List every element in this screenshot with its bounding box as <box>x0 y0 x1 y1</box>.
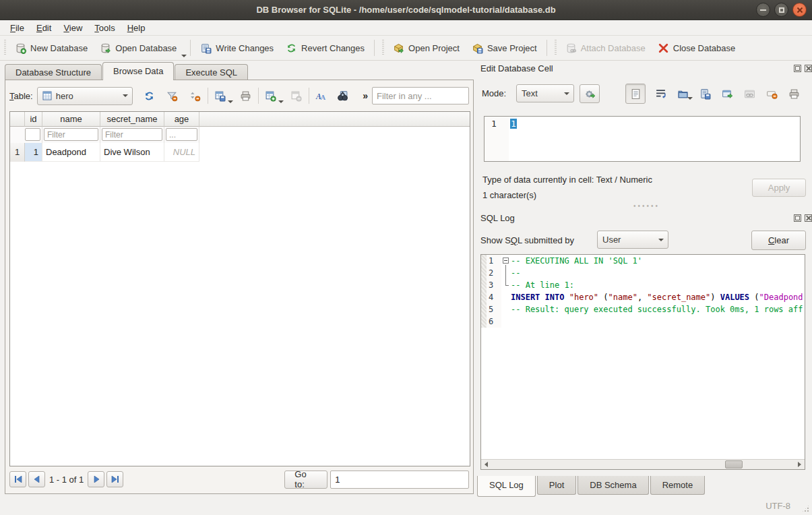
dock-close-icon[interactable] <box>805 65 812 72</box>
dock-tab-plot[interactable]: Plot <box>537 476 576 495</box>
maximize-button[interactable] <box>774 3 788 17</box>
open-project-button[interactable]: Open Project <box>387 38 466 58</box>
insert-record-button[interactable] <box>262 87 280 104</box>
last-record-button[interactable] <box>106 471 123 487</box>
set-null-button[interactable] <box>764 86 779 101</box>
sql-log-line: 2 -- <box>481 267 805 279</box>
open-database-button[interactable]: Open Database <box>94 38 183 58</box>
new-database-button[interactable]: New Database <box>9 38 94 58</box>
insert-record-dropdown-arrow-icon[interactable] <box>278 100 284 103</box>
filter-any-input[interactable] <box>372 87 469 104</box>
text-encoding-button[interactable]: A A <box>313 87 330 104</box>
toolbar-drag-handle[interactable] <box>4 40 6 56</box>
revert-changes-button[interactable]: Revert Changes <box>280 38 371 58</box>
save-table-dropdown-arrow-icon[interactable] <box>228 100 233 103</box>
dock-tab-db-schema[interactable]: DB Schema <box>577 476 648 495</box>
toolbar-overflow-button[interactable]: » <box>363 90 368 101</box>
row-header[interactable]: 1 <box>10 143 25 162</box>
menu-tools[interactable]: Tools <box>88 22 121 34</box>
word-wrap-icon <box>655 88 666 100</box>
clear-log-button[interactable]: Clear <box>751 231 806 250</box>
line-number: 4 <box>487 291 501 303</box>
tab-database-structure[interactable]: Database Structure <box>5 64 102 80</box>
dock-tab-sql-log[interactable]: SQL Log <box>477 476 536 497</box>
horizontal-scrollbar[interactable] <box>481 459 805 469</box>
goto-input[interactable] <box>330 471 469 489</box>
cell-editor[interactable]: 1 1 <box>484 116 801 162</box>
refresh-button[interactable] <box>141 87 158 104</box>
first-record-button[interactable] <box>9 471 26 487</box>
import-cell-data-button[interactable] <box>675 86 690 101</box>
dock-tab-remote[interactable]: Remote <box>650 476 706 495</box>
save-table-button[interactable] <box>212 87 229 104</box>
filter-input-secret-name-wrap <box>100 127 164 143</box>
scroll-right-button[interactable] <box>794 460 805 469</box>
next-record-button[interactable] <box>88 471 104 487</box>
clear-sorting-button[interactable] <box>187 87 204 104</box>
auto-switch-mode-button[interactable] <box>580 84 600 103</box>
sql-log-filter-select[interactable]: User <box>597 231 668 249</box>
column-header-id[interactable]: id <box>25 112 42 127</box>
menu-edit[interactable]: Edit <box>30 22 57 34</box>
scroll-left-button[interactable] <box>481 460 491 469</box>
save-project-button[interactable]: Save Project <box>466 38 543 58</box>
scrollbar-thumb[interactable] <box>725 460 743 468</box>
column-header-name[interactable]: name <box>42 112 100 127</box>
word-wrap-button[interactable] <box>653 86 668 101</box>
column-header-secret-name[interactable]: secret_name <box>100 112 164 127</box>
table-select[interactable]: hero <box>37 87 133 105</box>
menu-file[interactable]: File <box>4 22 30 34</box>
close-database-button[interactable]: Close Database <box>652 38 742 58</box>
column-header-age[interactable]: age <box>164 112 199 127</box>
sql-log-view[interactable]: 1 -- EXECUTING ALL IN 'SQL 1' 2 -- 3 -- … <box>480 254 805 470</box>
close-database-icon <box>658 42 669 54</box>
export-cell-data-button[interactable] <box>697 86 712 101</box>
minimize-button[interactable] <box>756 3 770 17</box>
write-changes-button[interactable]: Write Changes <box>194 38 280 58</box>
cell-id[interactable]: 1 <box>25 143 42 162</box>
toolbar-drag-handle[interactable] <box>555 40 557 56</box>
print-table-button[interactable] <box>237 87 255 104</box>
dock-float-icon[interactable] <box>794 65 801 72</box>
goto-button[interactable]: Go to: <box>284 471 327 489</box>
filter-input-id[interactable] <box>25 128 40 141</box>
filter-input-age[interactable] <box>166 128 197 141</box>
tab-browse-data[interactable]: Browse Data <box>102 62 174 80</box>
open-database-dropdown-arrow-icon[interactable] <box>181 55 187 57</box>
menu-help[interactable]: Help <box>121 22 152 34</box>
text-mode-button[interactable] <box>625 84 646 104</box>
line-number: 5 <box>487 303 501 315</box>
toolbar-separator <box>258 88 259 104</box>
filter-input-name[interactable] <box>44 128 98 141</box>
tab-execute-sql[interactable]: Execute SQL <box>175 64 248 80</box>
grid-corner-header[interactable] <box>10 112 25 127</box>
import-dropdown-arrow-icon[interactable] <box>687 97 693 100</box>
open-in-external-app-button[interactable] <box>720 86 735 101</box>
previous-record-button[interactable] <box>28 471 45 487</box>
dock-close-icon[interactable] <box>805 214 812 222</box>
font-icon: A A <box>315 90 327 102</box>
dock-float-icon[interactable] <box>794 214 801 222</box>
cell-name[interactable]: Deadpond <box>42 143 100 162</box>
text-document-icon <box>630 88 642 100</box>
cell-age[interactable]: NULL <box>164 143 199 162</box>
menu-view[interactable]: View <box>57 22 88 34</box>
dock-splitter-handle[interactable]: •••••• <box>633 202 660 210</box>
fold-margin[interactable] <box>501 255 511 267</box>
browse-data-toolbar: Table: hero <box>9 86 469 106</box>
close-database-label: Close Database <box>673 43 736 53</box>
find-in-table-button[interactable] <box>334 87 352 104</box>
filter-input-secret-name[interactable] <box>102 128 162 141</box>
print-cell-button[interactable] <box>786 86 801 101</box>
close-button[interactable] <box>792 3 807 17</box>
toolbar-drag-handle[interactable] <box>382 40 384 56</box>
record-count-label: 1 - 1 of 1 <box>49 475 84 485</box>
clear-filters-button[interactable] <box>164 87 181 104</box>
printer-icon <box>788 88 800 100</box>
fold-collapse-icon[interactable] <box>503 258 509 264</box>
mode-select[interactable]: Text <box>516 84 574 102</box>
cell-secret-name[interactable]: Dive Wilson <box>100 143 164 162</box>
window-resize-grip[interactable] <box>801 504 810 513</box>
title-bar[interactable]: DB Browser for SQLite - /home/user/code/… <box>0 0 812 20</box>
scrollbar-track[interactable] <box>491 460 794 469</box>
